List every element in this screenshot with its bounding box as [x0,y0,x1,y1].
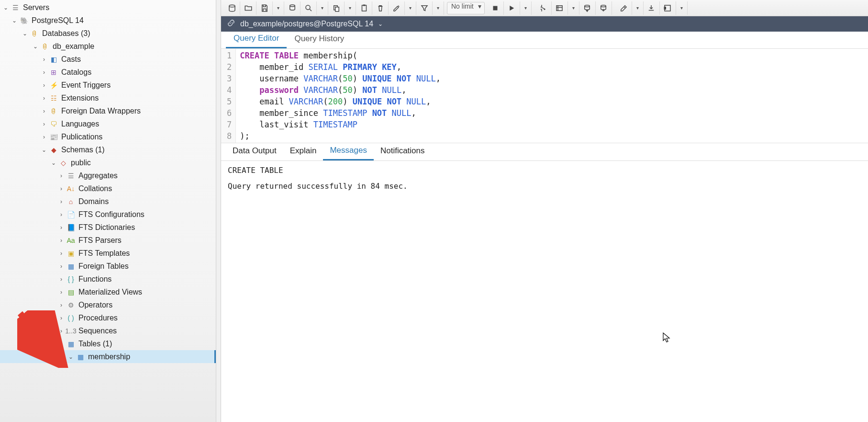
edit-button[interactable] [389,1,405,15]
fts-parser-icon: Aa [66,236,76,245]
save-dropdown[interactable] [273,1,284,15]
clear-button[interactable] [616,1,632,15]
tab-data-output[interactable]: Data Output [226,142,283,160]
search-dropdown[interactable] [317,1,328,15]
tab-query-history[interactable]: Query History [287,30,352,48]
open-file-button[interactable] [240,1,256,15]
message-line: Query returned successfully in 84 msec. [228,182,861,191]
execute-button[interactable] [504,1,520,15]
tree-label: db_example [53,42,94,51]
explain-analyze-button[interactable] [552,1,568,15]
chevron-right-icon: › [57,314,65,322]
tree-event-triggers[interactable]: › ⚡ Event Triggers [0,79,216,91]
tree-postgres[interactable]: ⌄ 🐘 PostgreSQL 14 [0,14,216,27]
tree-operators[interactable]: › ⚙ Operators [0,298,216,311]
tree-fts-dict[interactable]: › 📘 FTS Dictionaries [0,221,216,234]
tree-schemas[interactable]: ⌄ ◆ Schemas (1) [0,143,216,156]
schema-icon: ◇ [58,158,68,168]
save-button[interactable] [256,1,273,15]
clear-dropdown[interactable] [632,1,644,15]
tree-foreign-tables[interactable]: › ▦ Foreign Tables [0,260,216,273]
copy-dropdown[interactable] [345,1,356,15]
stop-button[interactable] [488,1,504,15]
tree-casts[interactable]: › ◧ Casts [0,53,216,66]
mat-view-icon: ▤ [66,287,76,297]
macro-button[interactable] [660,1,676,15]
chevron-down-icon[interactable]: ⌄ [378,21,383,27]
object-browser[interactable]: ⌄ ☰ Servers ⌄ 🐘 PostgreSQL 14 ⌄ 🛢 Databa… [0,0,216,422]
connection-label[interactable]: db_example/postgres@PostgreSQL 14 [240,20,373,28]
tree-fts-parsers[interactable]: › Aa FTS Parsers [0,234,216,247]
chevron-down-icon: ⌄ [11,17,18,24]
chevron-right-icon: › [57,185,65,193]
commit-button[interactable] [579,1,596,15]
tree-languages[interactable]: › 🗨 Languages [0,117,216,130]
separator [612,1,616,15]
tree-domains[interactable]: › ⌂ Domains [0,195,216,208]
tree-fts-config[interactable]: › 📄 FTS Configurations [0,208,216,221]
database-icon: 🛢 [40,42,50,51]
tree-public[interactable]: ⌄ ◇ public [0,156,216,169]
tab-messages[interactable]: Messages [323,142,373,160]
chevron-down-icon: ⌄ [67,353,75,361]
paste-button[interactable] [356,1,372,15]
filter-dropdown[interactable] [433,1,444,15]
tree-tables[interactable]: ⌄ ▦ Tables (1) [0,337,216,350]
tree-label: Casts [61,55,81,64]
connection-icon [227,19,235,29]
copy-button[interactable] [328,1,345,15]
filter-button[interactable] [416,1,433,15]
tree-label: Foreign Tables [78,262,129,271]
tree-aggregates[interactable]: › ☰ Aggregates [0,169,216,182]
tree-fts-templates[interactable]: › ▣ FTS Templates [0,247,216,260]
tree-label: membership [88,353,130,361]
execute-dropdown[interactable] [520,1,532,15]
tree-servers[interactable]: ⌄ ☰ Servers [0,1,216,14]
elephant-icon: 🐘 [19,16,29,25]
db-icon-button[interactable] [224,1,240,15]
domain-icon: ⌂ [66,197,76,206]
chevron-right-icon: › [40,81,48,89]
svg-rect-13 [664,7,667,10]
chevron-right-icon: › [40,120,48,128]
tree-fdw[interactable]: › 🛢 Foreign Data Wrappers [0,104,216,117]
chevron-right-icon: › [57,275,65,283]
tab-explain[interactable]: Explain [283,142,323,160]
rollback-button[interactable] [596,1,612,15]
svg-point-2 [306,5,310,10]
tree-collations[interactable]: › A↓ Collations [0,182,216,195]
delete-button[interactable] [372,1,389,15]
tree-extensions[interactable]: › ☷ Extensions [0,91,216,104]
tree-procedures[interactable]: › ( ) Procedures [0,311,216,324]
explain-button[interactable] [535,1,552,15]
code-area[interactable]: CREATE TABLE membership( member_id SERIA… [236,49,445,143]
macro-dropdown[interactable] [676,1,688,15]
tree-functions[interactable]: › { } Functions [0,273,216,285]
publication-icon: 📰 [49,132,58,142]
tab-notifications[interactable]: Notifications [374,142,432,160]
tree-mat-views[interactable]: › ▤ Materialized Views [0,285,216,298]
search-button[interactable] [300,1,317,15]
query-tabs: Query Editor Query History [221,32,868,49]
explain-dropdown[interactable] [568,1,579,15]
find-button[interactable] [284,1,300,15]
tree-label: Publications [61,133,102,141]
tree-databases[interactable]: ⌄ 🛢 Databases (3) [0,27,216,40]
tree-catalogs[interactable]: › ⊞ Catalogs [0,66,216,79]
tree-publications[interactable]: › 📰 Publications [0,130,216,143]
tree-sequences[interactable]: › 1..3 Sequences [0,324,216,337]
language-icon: 🗨 [49,119,58,129]
row-limit-select[interactable]: No limit ▾ [447,2,485,14]
edit-dropdown[interactable] [405,1,416,15]
tree-label: Catalogs [61,68,91,77]
tree-db-example[interactable]: ⌄ 🛢 db_example [0,40,216,53]
tree-label: Schemas (1) [61,146,105,154]
sql-editor[interactable]: 12345678 CREATE TABLE membership( member… [221,49,868,143]
output-tabs: Data Output Explain Messages Notificatio… [221,143,868,161]
chevron-right-icon: › [40,133,48,141]
pane-splitter[interactable] [216,0,221,422]
download-button[interactable] [644,1,660,15]
tab-query-editor[interactable]: Query Editor [226,30,287,48]
tree-label: public [71,159,91,167]
tree-membership[interactable]: ⌄ ▦ membership [0,350,216,363]
